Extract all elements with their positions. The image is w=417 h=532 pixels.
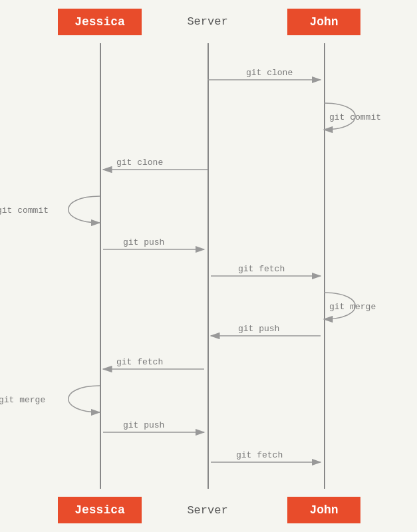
arrow-git-commit-jessica bbox=[69, 196, 100, 223]
actor-jessica-top: Jessica bbox=[58, 9, 142, 35]
label-git-clone-jessica: git clone bbox=[116, 158, 163, 168]
lifeline-server bbox=[208, 43, 209, 489]
lifeline-john bbox=[324, 43, 325, 489]
label-git-clone-john: git clone bbox=[246, 68, 293, 78]
label-git-fetch-jessica: git fetch bbox=[116, 357, 163, 367]
label-git-fetch-john: git fetch bbox=[238, 264, 285, 274]
actor-server-top: Server bbox=[171, 9, 244, 35]
label-git-push-jessica2: git push bbox=[123, 420, 164, 430]
actor-server-bottom: Server bbox=[171, 497, 244, 523]
arrow-git-merge-john bbox=[324, 293, 355, 319]
label-git-fetch-john2: git fetch bbox=[236, 450, 283, 460]
label-git-commit-jessica: git commit bbox=[0, 205, 49, 215]
label-git-commit-john: git commit bbox=[329, 112, 381, 122]
actor-jessica-bottom: Jessica bbox=[58, 497, 142, 523]
label-git-push-jessica: git push bbox=[123, 237, 164, 247]
lifeline-jessica bbox=[100, 43, 101, 489]
arrow-git-commit-john bbox=[324, 103, 355, 130]
label-git-merge-jessica: git merge bbox=[0, 395, 45, 405]
actor-john-top: John bbox=[287, 9, 360, 35]
diagram-container: Jessica Server John Jessica Server John … bbox=[0, 0, 417, 532]
label-git-merge-john: git merge bbox=[329, 302, 376, 312]
label-git-push-john: git push bbox=[238, 324, 279, 334]
arrow-git-merge-jessica bbox=[69, 386, 100, 412]
actor-john-bottom: John bbox=[287, 497, 360, 523]
